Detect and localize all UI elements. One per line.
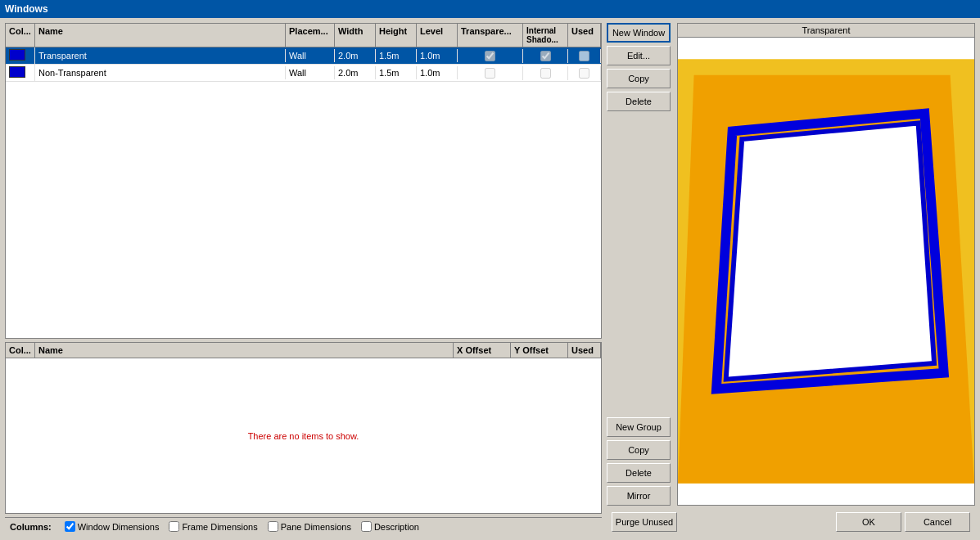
copy-top-button[interactable]: Copy [607,69,671,88]
bottom-table-header: Col... Name X Offset Y Offset Used [6,343,601,358]
row-name: Non-Transparent [35,66,286,79]
row-used [568,49,601,63]
row-placement: Wall [286,66,335,79]
row-intshadow [523,49,568,63]
top-table-body: Transparent Wall 2.0m 1.5m 1.0m Non-Tran… [6,47,601,338]
window-dim-checkbox[interactable] [65,521,75,532]
cancel-button[interactable]: Cancel [905,512,970,532]
copy-bottom-button[interactable]: Copy [607,440,671,460]
bth-name: Name [35,343,454,358]
color-swatch [9,49,25,61]
preview-title: Transparent [678,24,974,38]
table-row[interactable]: Transparent Wall 2.0m 1.5m 1.0m [6,47,601,65]
row-color [6,65,35,81]
top-table-header: Col... Name Placem... Width Height Level… [6,24,601,47]
th-width: Width [335,24,376,47]
description-label: Description [374,522,419,532]
new-window-button[interactable]: New Window [607,23,671,43]
new-group-button[interactable]: New Group [607,417,671,437]
mirror-button[interactable]: Mirror [607,486,671,506]
intshadow-checkbox [540,68,551,79]
delete-top-button[interactable]: Delete [607,92,671,111]
pane-dim-label: Pane Dimensions [281,522,351,532]
row-height: 1.5m [376,49,417,62]
checkbox-pane-dim[interactable]: Pane Dimensions [268,521,351,532]
columns-area: Columns: Window Dimensions Frame Dimensi… [5,517,602,535]
purge-unused-button[interactable]: Purge Unused [612,512,677,532]
row-transparent [458,49,523,63]
window-dim-label: Window Dimensions [78,522,160,532]
intshadow-checkbox [540,51,551,61]
th-level: Level [417,24,458,47]
row-transparent [458,66,523,80]
th-used: Used [568,24,601,47]
checkbox-description[interactable]: Description [361,521,419,532]
color-swatch [9,66,25,78]
bth-yoffset: Y Offset [511,343,568,358]
row-level: 1.0m [417,66,458,79]
row-placement: Wall [286,49,335,62]
pane-dim-checkbox[interactable] [268,521,278,532]
th-transparent: Transpare... [458,24,523,47]
description-checkbox[interactable] [361,521,372,532]
edit-button[interactable]: Edit... [607,46,671,65]
row-level: 1.0m [417,49,458,62]
frame-dim-label: Frame Dimensions [182,522,257,532]
transparent-checkbox [485,68,495,79]
columns-label: Columns: [10,522,52,532]
svg-marker-2 [726,124,934,380]
used-checkbox [579,51,589,61]
preview-panel: Transparent [677,23,975,506]
preview-canvas [678,38,974,505]
transparent-checkbox [485,51,495,61]
ok-button[interactable]: OK [836,512,901,532]
checkbox-frame-dim[interactable]: Frame Dimensions [169,521,257,532]
row-height: 1.5m [376,66,417,79]
delete-bottom-button[interactable]: Delete [607,463,671,483]
bth-color: Col... [6,343,35,358]
th-placement: Placem... [286,24,335,47]
bth-used: Used [568,343,601,358]
table-row[interactable]: Non-Transparent Wall 2.0m 1.5m 1.0m [6,65,601,82]
bth-xoffset: X Offset [454,343,511,358]
preview-svg [678,38,974,505]
empty-message: There are no items to show. [6,358,601,513]
th-height: Height [376,24,417,47]
th-intshadow: Internal Shado... [523,24,568,47]
top-buttons: New Window Edit... Copy Delete New Group… [607,23,672,506]
row-intshadow [523,66,568,80]
checkbox-window-dim[interactable]: Window Dimensions [65,521,160,532]
footer-row: Purge Unused OK Cancel [607,509,975,535]
th-color: Col... [6,24,35,47]
th-name: Name [35,24,286,47]
row-used [568,66,601,80]
dialog-title: Windows [5,3,48,15]
row-width: 2.0m [335,66,376,79]
row-width: 2.0m [335,49,376,62]
row-color [6,47,35,64]
frame-dim-checkbox[interactable] [169,521,179,532]
used-checkbox [579,68,589,79]
row-name: Transparent [35,49,286,62]
